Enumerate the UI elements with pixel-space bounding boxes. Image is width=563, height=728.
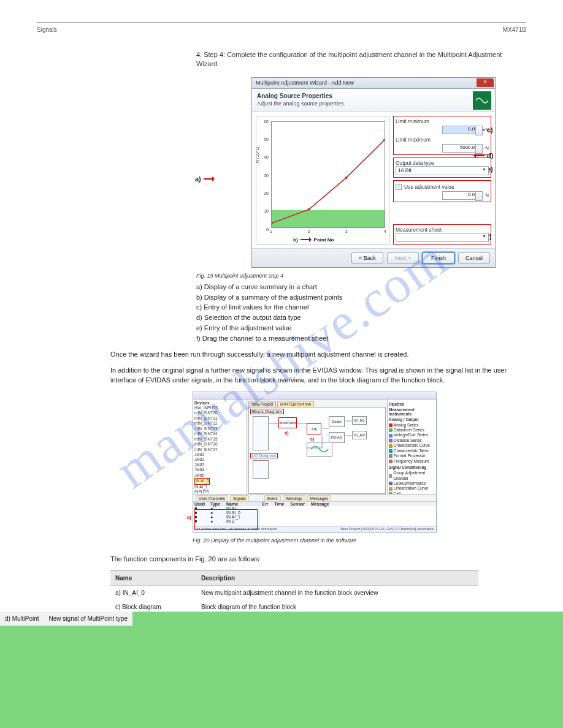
dialog-subheading: Adjust the analog source properties.	[257, 100, 490, 107]
svg-point-2	[345, 176, 347, 179]
svg-point-1	[308, 208, 310, 210]
use-adjustment-checkbox[interactable]: ✓	[396, 184, 402, 190]
figure-19: a) c) d) e) f) Multipoint Adjustment Wiz…	[37, 77, 526, 268]
dialog-titlebar[interactable]: Multipoint Adjustment Wizard - Add New ×	[252, 78, 495, 89]
close-icon[interactable]: ×	[477, 78, 494, 87]
paragraph-signal: In addition to the original signal a fur…	[110, 366, 526, 385]
tab-signals[interactable]: Signals	[230, 495, 249, 501]
tab-warnings[interactable]: Warnings	[283, 495, 305, 501]
hw-tree[interactable]: Devices HW_INPUTS mIN_SINT20 mIN_SINT21 …	[193, 400, 247, 494]
tab-user-channels[interactable]: User Channels	[196, 495, 228, 501]
signal-list[interactable]: Used Type Name ■●IN AI■●IN AI_0■●IN AI_1…	[193, 502, 259, 526]
next-button[interactable]: Next >	[387, 252, 419, 264]
evidas-ide: Devices HW_INPUTS mIN_SINT20 mIN_SINT21 …	[193, 392, 437, 533]
output-type-select[interactable]: 16 Bit	[396, 166, 489, 175]
block-diagram-canvas[interactable]: Block Diagram I/O Diagram MultiPoint d) …	[248, 407, 386, 494]
chart-xlabel: Point No	[314, 237, 334, 243]
figure-19-caption: Fig. 19 Multipoint adjustment step 4	[196, 273, 526, 279]
figure-20-caption: Fig. 20 Display of the multipoint adjust…	[193, 537, 526, 544]
cancel-button[interactable]: Cancel	[458, 252, 490, 264]
finish-button[interactable]: Finish	[423, 252, 454, 264]
page-header: Signals MX471B	[37, 26, 526, 33]
multipoint-wizard-dialog: Multipoint Adjustment Wizard - Add New ×…	[251, 77, 496, 268]
paragraph-result: Once the wizard has been run through suc…	[110, 350, 526, 360]
analog-wave-icon	[473, 91, 491, 110]
anno-a: a)	[195, 175, 217, 183]
step4-lead: 4. Step 4: Complete the configuration of…	[196, 50, 526, 69]
io-panel-block[interactable]	[253, 460, 269, 479]
tab-event[interactable]: Event	[264, 495, 281, 501]
section-label: Signals	[37, 26, 57, 33]
anno-b: b)	[293, 237, 298, 243]
adjustment-chart: 605040 3020100 N (10^1) 1234	[256, 116, 389, 245]
chart-ylabel: N (10^1)	[255, 146, 259, 163]
anno-b-ide: b)	[187, 515, 191, 520]
dialog-title: Multipoint Adjustment Wizard - Add New	[256, 80, 354, 86]
tab-new-project[interactable]: New Project	[248, 401, 276, 407]
tab-messages[interactable]: Messages	[307, 495, 332, 501]
palette-panel[interactable]: Palettes Measurement InstrumentsAnalog /…	[387, 400, 436, 494]
tab-fb[interactable]: MX471B:Port InA	[277, 401, 314, 407]
back-button[interactable]: < Back	[351, 252, 383, 264]
measurement-sheet-select[interactable]	[396, 233, 489, 242]
limit-min-input[interactable]: 0.0	[442, 126, 477, 134]
limit-max-input[interactable]: 5000.0	[442, 144, 477, 153]
components-table: Name Description a) IN_AI_0New multipoin…	[110, 571, 478, 614]
dialog-heading: Analog Source Properties	[257, 93, 490, 99]
adjustment-value-input[interactable]: 0.0	[442, 191, 477, 200]
